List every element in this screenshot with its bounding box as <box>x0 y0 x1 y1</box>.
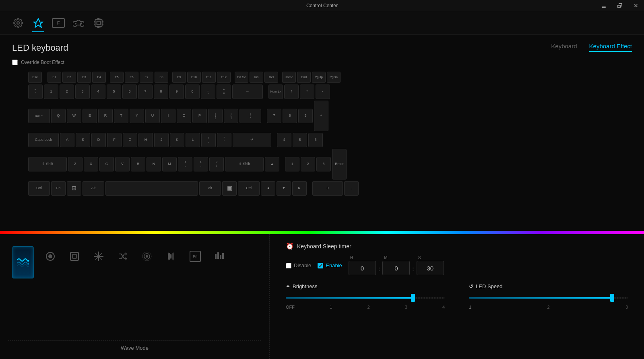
minimize-button[interactable]: 🗕 <box>596 0 612 11</box>
key-f9[interactable]: F9 <box>172 72 186 83</box>
enable-checkbox[interactable] <box>318 263 323 268</box>
key-v[interactable]: V <box>115 157 130 171</box>
key-l[interactable]: L <box>186 133 200 147</box>
disable-checkbox[interactable] <box>286 263 291 268</box>
key-rctrl[interactable]: Ctrl <box>238 181 260 196</box>
key-z[interactable]: Z <box>68 157 83 171</box>
key-ralt[interactable]: Alt <box>199 181 221 196</box>
effect-fn-layer[interactable]: Fn <box>185 246 205 266</box>
key-numslash[interactable]: / <box>284 85 299 99</box>
key-uparrow[interactable]: ▲ <box>265 157 279 171</box>
key-b[interactable]: B <box>131 157 145 171</box>
wave-mode-selected[interactable] <box>12 246 34 279</box>
key-numstar[interactable]: * <box>300 85 314 99</box>
nav-gamepad[interactable] <box>68 13 89 33</box>
effect-ripple[interactable] <box>137 246 157 266</box>
key-leftarrow[interactable]: ◄ <box>261 181 275 196</box>
key-5[interactable]: 5 <box>107 85 121 99</box>
key-num1[interactable]: 1 <box>285 157 299 171</box>
tab-keyboard-effect[interactable]: Keyboard Effect <box>589 43 632 52</box>
key-f4[interactable]: F4 <box>92 72 106 83</box>
key-num0[interactable]: 0 <box>312 181 343 196</box>
key-enter[interactable]: ↵ <box>233 133 271 147</box>
key-quote[interactable]: "' <box>217 133 231 147</box>
key-rightarrow[interactable]: ► <box>292 181 307 196</box>
key-f7[interactable]: F7 <box>140 72 153 83</box>
effect-reactive[interactable] <box>161 246 181 266</box>
key-7[interactable]: 7 <box>138 85 153 99</box>
key-backspace[interactable]: ← <box>232 85 263 99</box>
key-6[interactable]: 6 <box>122 85 137 99</box>
key-numlk[interactable]: Num Lk <box>268 85 283 99</box>
key-minus[interactable]: _- <box>201 85 215 99</box>
key-n[interactable]: N <box>147 157 161 171</box>
key-f3[interactable]: F3 <box>77 72 91 83</box>
key-4[interactable]: 4 <box>91 85 105 99</box>
key-esc[interactable]: Esc <box>28 72 42 83</box>
effect-breathing[interactable] <box>64 246 85 266</box>
key-2[interactable]: 2 <box>60 85 74 99</box>
tab-keyboard[interactable]: Keyboard <box>551 43 577 52</box>
key-1[interactable]: 1 <box>44 85 58 99</box>
key-f2[interactable]: F2 <box>62 72 76 83</box>
nav-keyboard[interactable]: F <box>48 13 68 33</box>
key-f12[interactable]: F12 <box>217 72 231 83</box>
key-s[interactable]: S <box>76 133 90 147</box>
key-num7[interactable]: 7 <box>267 109 281 123</box>
key-semicolon[interactable]: :; <box>201 133 216 147</box>
key-f[interactable]: F <box>107 133 122 147</box>
key-pgdn[interactable]: PgDn <box>327 72 341 83</box>
key-0[interactable]: 0 <box>185 85 200 99</box>
key-w[interactable]: W <box>67 109 81 123</box>
override-checkbox[interactable] <box>12 60 18 65</box>
key-num2[interactable]: 2 <box>301 157 315 171</box>
key-num5[interactable]: 5 <box>293 133 307 147</box>
effect-sparkle[interactable] <box>89 246 109 266</box>
maximize-button[interactable]: 🗗 <box>612 0 628 11</box>
key-numminus[interactable]: - <box>316 85 330 99</box>
key-backslash[interactable]: |\ <box>239 109 261 123</box>
key-k[interactable]: K <box>170 133 184 147</box>
key-lbracket[interactable]: {[ <box>208 109 223 123</box>
key-f8[interactable]: F8 <box>155 72 168 83</box>
key-fn[interactable]: Fn <box>51 181 66 196</box>
effect-bars[interactable] <box>209 246 229 266</box>
key-f5[interactable]: F5 <box>110 72 124 83</box>
effect-static[interactable] <box>40 246 60 266</box>
key-9[interactable]: 9 <box>169 85 184 99</box>
brightness-slider-thumb[interactable] <box>411 294 415 302</box>
key-f11[interactable]: F11 <box>202 72 216 83</box>
key-numplus[interactable]: + <box>314 101 328 131</box>
key-lctrl[interactable]: Ctrl <box>28 181 50 196</box>
key-prtsc[interactable]: Prt Sc <box>235 72 248 83</box>
key-3[interactable]: 3 <box>75 85 90 99</box>
key-8[interactable]: 8 <box>154 85 168 99</box>
enable-label[interactable]: Enable <box>318 262 342 268</box>
key-home[interactable]: Home <box>282 72 296 83</box>
key-o[interactable]: O <box>177 109 191 123</box>
key-del[interactable]: Del <box>264 72 278 83</box>
key-m[interactable]: M <box>162 157 177 171</box>
key-downarrow[interactable]: ▼ <box>277 181 291 196</box>
key-x[interactable]: X <box>84 157 98 171</box>
nav-settings[interactable] <box>8 13 28 33</box>
key-end[interactable]: End <box>297 72 311 83</box>
key-equals[interactable]: += <box>217 85 231 99</box>
key-d[interactable]: D <box>91 133 106 147</box>
key-i[interactable]: I <box>161 109 175 123</box>
key-period[interactable]: >. <box>194 157 208 171</box>
key-rbracket[interactable]: }] <box>224 109 238 123</box>
key-lalt[interactable]: Alt <box>83 181 104 196</box>
key-u[interactable]: U <box>145 109 160 123</box>
minutes-input[interactable] <box>382 261 410 275</box>
key-ins[interactable]: Ins <box>250 72 263 83</box>
key-rshift[interactable]: ⇧ Shift <box>225 157 264 171</box>
key-pgup[interactable]: PgUp <box>312 72 326 83</box>
key-num3[interactable]: 3 <box>316 157 331 171</box>
effect-random[interactable] <box>113 246 133 266</box>
key-num6[interactable]: 6 <box>308 133 323 147</box>
key-space[interactable] <box>105 181 198 196</box>
key-win[interactable]: ⊞ <box>67 181 81 196</box>
key-lshift[interactable]: ⇧ Shift <box>28 157 67 171</box>
key-y[interactable]: Y <box>130 109 144 123</box>
